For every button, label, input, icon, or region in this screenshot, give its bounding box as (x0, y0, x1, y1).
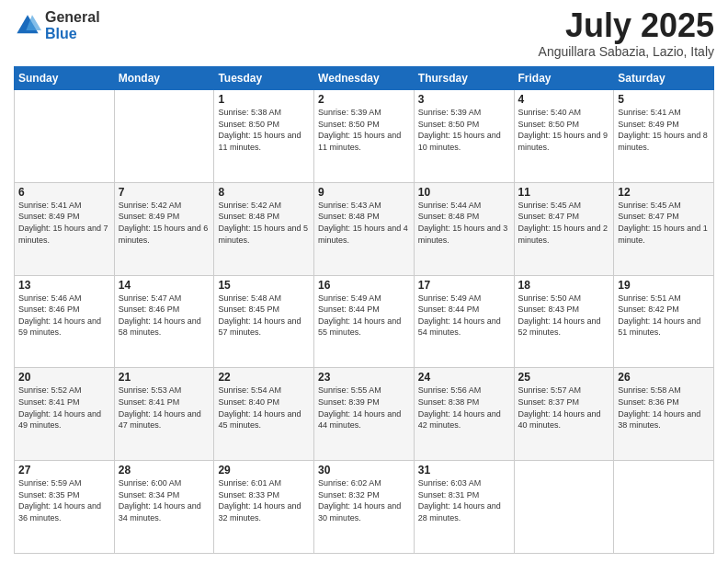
day-number: 13 (18, 279, 110, 292)
calendar-cell: 16Sunrise: 5:49 AMSunset: 8:44 PMDayligh… (314, 275, 415, 368)
cell-info: Sunrise: 5:55 AMSunset: 8:39 PMDaylight:… (318, 385, 410, 431)
day-number: 21 (119, 371, 210, 384)
calendar-cell (514, 461, 614, 554)
cell-info: Sunrise: 5:49 AMSunset: 8:44 PMDaylight:… (318, 293, 410, 339)
logo-general: General (45, 9, 100, 26)
calendar-week-row: 20Sunrise: 5:52 AMSunset: 8:41 PMDayligh… (15, 368, 714, 461)
day-number: 29 (218, 464, 310, 477)
calendar-week-row: 27Sunrise: 5:59 AMSunset: 8:35 PMDayligh… (15, 461, 714, 554)
calendar-week-row: 13Sunrise: 5:46 AMSunset: 8:46 PMDayligh… (15, 275, 714, 368)
cell-info: Sunrise: 5:53 AMSunset: 8:41 PMDaylight:… (119, 385, 210, 431)
cell-info: Sunrise: 5:52 AMSunset: 8:41 PMDaylight:… (18, 385, 110, 431)
calendar-page: General Blue July 2025 Anguillara Sabazi… (0, 0, 728, 563)
day-number: 16 (318, 279, 410, 292)
calendar-cell: 15Sunrise: 5:48 AMSunset: 8:45 PMDayligh… (214, 275, 314, 368)
cell-info: Sunrise: 5:38 AMSunset: 8:50 PMDaylight:… (218, 107, 310, 153)
day-number: 14 (119, 279, 210, 292)
calendar-table: SundayMondayTuesdayWednesdayThursdayFrid… (14, 66, 714, 554)
day-number: 1 (218, 93, 310, 106)
day-number: 15 (218, 279, 310, 292)
calendar-cell: 31Sunrise: 6:03 AMSunset: 8:31 PMDayligh… (414, 461, 514, 554)
page-header: General Blue July 2025 Anguillara Sabazi… (14, 9, 714, 59)
location-subtitle: Anguillara Sabazia, Lazio, Italy (539, 44, 714, 59)
calendar-cell: 2Sunrise: 5:39 AMSunset: 8:50 PMDaylight… (314, 90, 415, 183)
day-number: 7 (119, 186, 210, 199)
day-number: 18 (518, 279, 610, 292)
day-number: 17 (418, 279, 510, 292)
weekday-header: Thursday (414, 67, 514, 90)
cell-info: Sunrise: 5:43 AMSunset: 8:48 PMDaylight:… (318, 200, 410, 246)
calendar-cell: 10Sunrise: 5:44 AMSunset: 8:48 PMDayligh… (414, 182, 514, 275)
logo: General Blue (14, 9, 100, 41)
calendar-cell: 6Sunrise: 5:41 AMSunset: 8:49 PMDaylight… (15, 182, 115, 275)
cell-info: Sunrise: 5:54 AMSunset: 8:40 PMDaylight:… (218, 385, 310, 431)
cell-info: Sunrise: 5:56 AMSunset: 8:38 PMDaylight:… (418, 385, 510, 431)
calendar-cell: 21Sunrise: 5:53 AMSunset: 8:41 PMDayligh… (114, 368, 214, 461)
cell-info: Sunrise: 5:42 AMSunset: 8:49 PMDaylight:… (119, 200, 210, 246)
cell-info: Sunrise: 6:03 AMSunset: 8:31 PMDaylight:… (418, 477, 510, 523)
logo-icon (14, 12, 41, 40)
calendar-week-row: 1Sunrise: 5:38 AMSunset: 8:50 PMDaylight… (15, 90, 714, 183)
day-number: 5 (618, 93, 710, 106)
header-row: SundayMondayTuesdayWednesdayThursdayFrid… (15, 67, 714, 90)
cell-info: Sunrise: 5:41 AMSunset: 8:49 PMDaylight:… (18, 200, 110, 246)
calendar-cell: 19Sunrise: 5:51 AMSunset: 8:42 PMDayligh… (614, 275, 714, 368)
weekday-header: Monday (114, 67, 214, 90)
calendar-cell: 30Sunrise: 6:02 AMSunset: 8:32 PMDayligh… (314, 461, 415, 554)
day-number: 31 (418, 464, 510, 477)
title-block: July 2025 Anguillara Sabazia, Lazio, Ita… (539, 9, 714, 59)
calendar-cell: 7Sunrise: 5:42 AMSunset: 8:49 PMDaylight… (114, 182, 214, 275)
cell-info: Sunrise: 5:45 AMSunset: 8:47 PMDaylight:… (618, 200, 710, 246)
cell-info: Sunrise: 5:42 AMSunset: 8:48 PMDaylight:… (218, 200, 310, 246)
calendar-cell: 1Sunrise: 5:38 AMSunset: 8:50 PMDaylight… (214, 90, 314, 183)
calendar-cell: 11Sunrise: 5:45 AMSunset: 8:47 PMDayligh… (514, 182, 614, 275)
calendar-cell: 17Sunrise: 5:49 AMSunset: 8:44 PMDayligh… (414, 275, 514, 368)
calendar-cell (614, 461, 714, 554)
calendar-cell (15, 90, 115, 183)
day-number: 30 (318, 464, 410, 477)
day-number: 19 (618, 279, 710, 292)
calendar-cell: 25Sunrise: 5:57 AMSunset: 8:37 PMDayligh… (514, 368, 614, 461)
day-number: 25 (518, 371, 610, 384)
cell-info: Sunrise: 5:58 AMSunset: 8:36 PMDaylight:… (618, 385, 710, 431)
day-number: 12 (618, 186, 710, 199)
cell-info: Sunrise: 5:39 AMSunset: 8:50 PMDaylight:… (318, 107, 410, 153)
logo-text: General Blue (45, 9, 100, 41)
calendar-cell: 13Sunrise: 5:46 AMSunset: 8:46 PMDayligh… (15, 275, 115, 368)
day-number: 2 (318, 93, 410, 106)
calendar-cell: 28Sunrise: 6:00 AMSunset: 8:34 PMDayligh… (114, 461, 214, 554)
cell-info: Sunrise: 5:39 AMSunset: 8:50 PMDaylight:… (418, 107, 510, 153)
calendar-cell: 22Sunrise: 5:54 AMSunset: 8:40 PMDayligh… (214, 368, 314, 461)
calendar-cell: 3Sunrise: 5:39 AMSunset: 8:50 PMDaylight… (414, 90, 514, 183)
day-number: 3 (418, 93, 510, 106)
cell-info: Sunrise: 5:44 AMSunset: 8:48 PMDaylight:… (418, 200, 510, 246)
cell-info: Sunrise: 5:40 AMSunset: 8:50 PMDaylight:… (518, 107, 610, 153)
cell-info: Sunrise: 5:45 AMSunset: 8:47 PMDaylight:… (518, 200, 610, 246)
cell-info: Sunrise: 5:49 AMSunset: 8:44 PMDaylight:… (418, 293, 510, 339)
day-number: 8 (218, 186, 310, 199)
calendar-cell: 27Sunrise: 5:59 AMSunset: 8:35 PMDayligh… (15, 461, 115, 554)
day-number: 9 (318, 186, 410, 199)
cell-info: Sunrise: 5:46 AMSunset: 8:46 PMDaylight:… (18, 293, 110, 339)
calendar-week-row: 6Sunrise: 5:41 AMSunset: 8:49 PMDaylight… (15, 182, 714, 275)
calendar-cell: 14Sunrise: 5:47 AMSunset: 8:46 PMDayligh… (114, 275, 214, 368)
day-number: 28 (119, 464, 210, 477)
day-number: 10 (418, 186, 510, 199)
cell-info: Sunrise: 5:50 AMSunset: 8:43 PMDaylight:… (518, 293, 610, 339)
cell-info: Sunrise: 6:02 AMSunset: 8:32 PMDaylight:… (318, 477, 410, 523)
calendar-cell (114, 90, 214, 183)
day-number: 11 (518, 186, 610, 199)
calendar-cell: 5Sunrise: 5:41 AMSunset: 8:49 PMDaylight… (614, 90, 714, 183)
day-number: 27 (18, 464, 110, 477)
calendar-cell: 26Sunrise: 5:58 AMSunset: 8:36 PMDayligh… (614, 368, 714, 461)
calendar-cell: 12Sunrise: 5:45 AMSunset: 8:47 PMDayligh… (614, 182, 714, 275)
weekday-header: Saturday (614, 67, 714, 90)
calendar-cell: 8Sunrise: 5:42 AMSunset: 8:48 PMDaylight… (214, 182, 314, 275)
calendar-cell: 29Sunrise: 6:01 AMSunset: 8:33 PMDayligh… (214, 461, 314, 554)
calendar-cell: 18Sunrise: 5:50 AMSunset: 8:43 PMDayligh… (514, 275, 614, 368)
cell-info: Sunrise: 5:59 AMSunset: 8:35 PMDaylight:… (18, 477, 110, 523)
cell-info: Sunrise: 5:47 AMSunset: 8:46 PMDaylight:… (119, 293, 210, 339)
calendar-cell: 4Sunrise: 5:40 AMSunset: 8:50 PMDaylight… (514, 90, 614, 183)
day-number: 20 (18, 371, 110, 384)
month-title: July 2025 (539, 9, 714, 42)
